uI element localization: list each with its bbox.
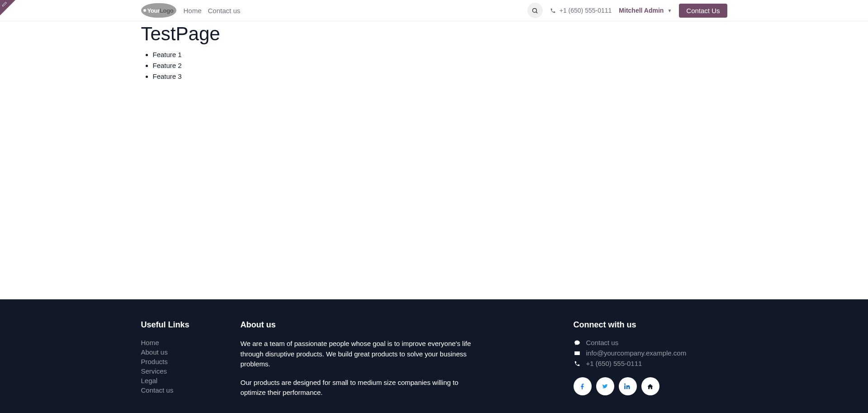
search-button[interactable]	[527, 3, 543, 18]
site-footer: Useful Links Home About us Products Serv…	[0, 299, 868, 413]
social-home[interactable]	[641, 377, 659, 395]
footer-link-products[interactable]: Products	[141, 358, 168, 365]
svg-line-1	[536, 12, 538, 13]
footer-about: About us We are a team of passionate peo…	[241, 320, 476, 406]
edit-mode-corner[interactable]	[0, 0, 15, 15]
footer-useful-links: Useful Links Home About us Products Serv…	[141, 320, 223, 406]
footer-contact-link[interactable]: Contact us	[586, 339, 619, 346]
social-linkedin[interactable]	[619, 377, 637, 395]
edit-icon	[2, 1, 7, 7]
list-item: Feature 1	[153, 49, 727, 60]
footer-about-text-1: We are a team of passionate people whose…	[241, 339, 476, 370]
header-phone[interactable]: +1 (650) 555-0111	[550, 7, 612, 14]
linkedin-icon	[624, 383, 631, 390]
social-twitter[interactable]	[596, 377, 614, 395]
footer-connect-title: Connect with us	[574, 320, 727, 330]
footer-links-title: Useful Links	[141, 320, 223, 330]
footer-phone-link[interactable]: +1 (650) 555-0111	[586, 360, 642, 367]
footer-connect: Connect with us Contact us info@yourcomp…	[574, 320, 727, 406]
footer-email-link[interactable]: info@yourcompany.example.com	[586, 349, 687, 357]
footer-about-title: About us	[241, 320, 476, 330]
main-nav: Home Contact us	[184, 7, 241, 14]
contact-us-button[interactable]: Contact Us	[679, 4, 727, 18]
footer-link-contact-us[interactable]: Contact us	[141, 386, 174, 394]
footer-link-services[interactable]: Services	[141, 367, 167, 375]
footer-link-home[interactable]: Home	[141, 339, 159, 346]
nav-home[interactable]: Home	[184, 7, 202, 14]
footer-link-about-us[interactable]: About us	[141, 348, 168, 356]
page-title: TestPage	[141, 23, 727, 45]
phone-icon	[550, 8, 556, 14]
social-facebook[interactable]	[574, 377, 592, 395]
feature-list: Feature 1 Feature 2 Feature 3	[141, 49, 727, 82]
chat-icon	[574, 340, 581, 346]
list-item: Feature 2	[153, 60, 727, 71]
site-header: YourLogo Home Contact us +1 (650) 555-01…	[0, 0, 868, 21]
logo-badge: YourLogo	[141, 3, 176, 18]
nav-contact-us[interactable]: Contact us	[208, 7, 241, 14]
footer-about-text-2: Our products are designed for small to m…	[241, 378, 476, 398]
search-icon	[531, 7, 538, 14]
page-content: TestPage Feature 1 Feature 2 Feature 3	[0, 21, 868, 299]
svg-point-0	[533, 8, 537, 12]
chevron-down-icon: ▼	[667, 8, 672, 13]
phone-icon	[574, 360, 581, 367]
list-item: Feature 3	[153, 71, 727, 82]
user-name: Mitchell Admin	[619, 7, 664, 14]
header-phone-text: +1 (650) 555-0111	[560, 7, 612, 14]
twitter-icon	[602, 383, 608, 390]
user-menu[interactable]: Mitchell Admin ▼	[619, 7, 672, 14]
social-links	[574, 377, 727, 395]
envelope-icon	[574, 350, 581, 356]
footer-link-legal[interactable]: Legal	[141, 377, 158, 384]
home-icon	[647, 383, 654, 390]
facebook-icon	[579, 383, 586, 390]
site-logo[interactable]: YourLogo	[141, 3, 176, 18]
